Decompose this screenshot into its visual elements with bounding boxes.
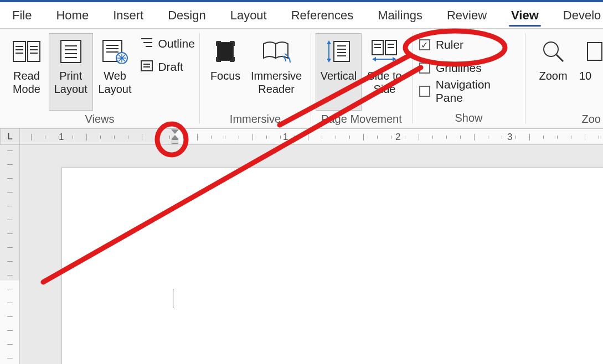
active-tab-underline [509,25,541,27]
button-label: Zoom [539,69,567,82]
vruler-page-area [0,280,19,364]
horizontal-ruler[interactable]: 1 1 2 3 [20,128,603,145]
ruler-number: 2 [395,132,400,143]
ruler-tick [571,136,571,139]
ruler-tick [488,136,488,139]
first-line-indent-icon [171,129,179,134]
tab-selector[interactable]: L [0,128,20,145]
svg-rect-0 [13,41,25,61]
ruler-tick [432,136,433,139]
checkbox-label: Navigation Pane [436,78,520,105]
ruler-tick [280,136,281,139]
tab-file[interactable]: File [0,2,44,29]
zoom-100-button[interactable]: 10 [576,33,599,111]
tab-mailings[interactable]: Mailings [365,2,435,29]
print-layout-icon [55,37,86,66]
tab-view[interactable]: View [499,2,551,29]
button-label: Immersive Reader [247,69,306,96]
ruler-tick [585,134,585,141]
ruler-tick [45,136,45,139]
web-layout-icon [100,37,131,66]
tab-home[interactable]: Home [44,2,101,29]
tab-label: Design [168,8,205,23]
group-views: Read Mode Print Layout Web Layout [0,29,199,128]
focus-button[interactable]: Focus [204,33,246,111]
ruler-tick [474,134,475,141]
ruler-tick [557,136,558,139]
ribbon-tabs: File Home Insert Design Layout Reference… [0,2,603,29]
group-title: Page Movement [311,111,412,129]
document-page[interactable] [61,167,603,364]
ruler-tick [349,136,350,139]
svg-marker-32 [327,59,331,63]
ruler-tick [225,136,225,139]
button-label: Outline [158,37,195,50]
group-zoom: Zoom 10 Zoo [525,29,603,128]
ruler-tick [446,136,447,139]
gridlines-checkbox[interactable]: Gridlines [417,58,482,79]
zoom-button[interactable]: Zoom [530,33,576,111]
ruler-tick [183,136,184,139]
tab-layout[interactable]: Layout [218,2,279,29]
ruler-tick [211,136,212,139]
ruler-tick [73,136,73,139]
group-immersive: Focus Immersive Reader Immersive [200,29,311,128]
ruler-tick [59,136,59,139]
tab-design[interactable]: Design [156,2,218,29]
tab-label: Review [447,8,487,23]
tab-review[interactable]: Review [435,2,499,29]
vruler-tick [7,150,13,151]
tab-label: View [511,8,539,23]
tab-developer[interactable]: Develo [551,2,603,29]
immersive-reader-icon [261,37,292,66]
tab-label: Layout [230,8,267,23]
ruler-tick [100,136,101,139]
vruler-tick [7,178,13,179]
ruler-tick [516,136,516,139]
ruler-tick [543,136,544,139]
ruler-checkbox[interactable]: ✓ Ruler [417,34,463,55]
button-label: Vertical [321,69,357,82]
tab-references[interactable]: References [279,2,366,29]
tab-label: Mailings [378,8,422,23]
vruler-tick [7,330,13,331]
print-layout-button[interactable]: Print Layout [49,33,93,111]
vruler-tick [7,344,13,345]
svg-marker-31 [327,40,331,44]
ruler-tick [142,134,142,141]
outline-button[interactable]: Outline [140,33,195,54]
left-indent-icon [172,139,178,144]
ruler-tick [460,136,461,139]
draft-button[interactable]: Draft [140,56,195,77]
magnifier-icon [538,37,569,66]
ruler-tick [252,134,253,141]
ruler-tick [391,136,391,139]
vertical-ruler[interactable] [0,145,20,364]
immersive-reader-button[interactable]: Immersive Reader [246,33,306,111]
ruler-tick [266,136,267,139]
vruler-tick [7,192,13,193]
vertical-icon [323,37,354,66]
ruler-tick [419,134,419,141]
vertical-button[interactable]: Vertical [316,33,362,111]
indent-markers[interactable] [171,129,179,145]
tab-label: File [12,8,32,23]
web-layout-button[interactable]: Web Layout [93,33,137,111]
hundred-percent-icon [579,37,603,66]
tab-insert[interactable]: Insert [101,2,156,29]
navigation-pane-checkbox[interactable]: Navigation Pane [417,81,520,102]
ruler-tick [322,136,322,139]
svg-rect-1 [28,41,40,61]
group-show: ✓ Ruler Gridlines Navigation Pane Show [413,29,525,128]
workspace [0,145,603,364]
svg-rect-8 [61,40,81,63]
side-to-side-button[interactable]: Side to Side [362,33,408,111]
tab-label: Insert [113,8,143,23]
read-mode-button[interactable]: Read Mode [4,33,49,111]
button-label: Side to Side [362,69,407,96]
ruler-tick [86,134,87,141]
tab-label: Develo [563,8,601,23]
button-label: Print Layout [49,69,92,96]
page-background [20,145,603,364]
ruler-tick [156,136,156,139]
